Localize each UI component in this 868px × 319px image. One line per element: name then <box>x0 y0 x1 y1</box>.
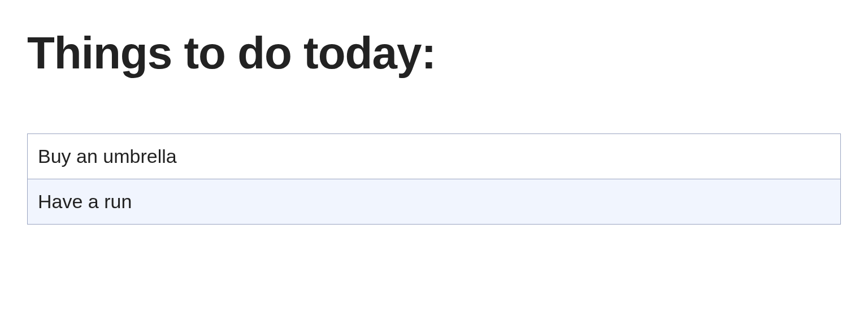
todo-table: Buy an umbrella Have a run <box>27 133 841 225</box>
table-row: Have a run <box>28 179 841 225</box>
table-row: Buy an umbrella <box>28 134 841 179</box>
todo-item-label: Buy an umbrella <box>28 134 841 179</box>
page-title: Things to do today: <box>27 27 841 79</box>
todo-item-label: Have a run <box>28 179 841 225</box>
